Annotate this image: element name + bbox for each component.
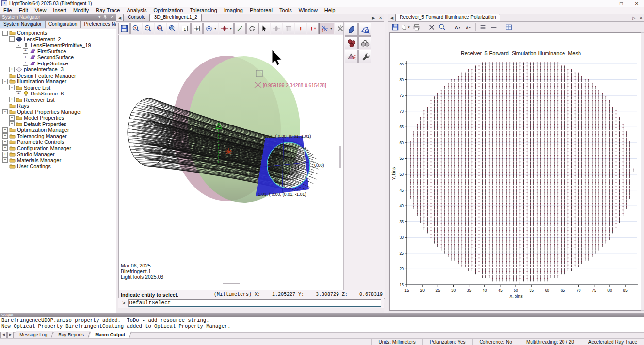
tree-item-studio-manager[interactable]: +Studio Manager bbox=[0, 151, 116, 157]
collapse-icon[interactable]: - bbox=[16, 43, 21, 48]
output-tab-macro-output[interactable]: Macro Output bbox=[89, 331, 131, 338]
dropdown-arrow-icon[interactable]: ▼ bbox=[407, 26, 410, 29]
dash-button[interactable] bbox=[488, 22, 499, 32]
tab-scroll-left-icon[interactable]: ◀ bbox=[388, 16, 395, 21]
expand-icon[interactable]: + bbox=[23, 55, 28, 60]
doc-tab-3d-birefringent-1-2[interactable]: 3D_Birefringent.1_2 bbox=[150, 14, 202, 21]
ray-display-options-button[interactable]: ▼ bbox=[319, 23, 334, 34]
expand-icon[interactable]: + bbox=[2, 152, 8, 157]
lens-tool-button[interactable] bbox=[345, 23, 358, 36]
expand-icon[interactable]: + bbox=[16, 91, 21, 96]
menu-insert[interactable]: Insert bbox=[49, 7, 70, 14]
tree-item-optical-properties-manager[interactable]: -Optical Properties Manager bbox=[0, 109, 116, 115]
menu-photoreal[interactable]: Photoreal bbox=[246, 7, 276, 14]
font-decrease-button[interactable]: A bbox=[463, 22, 473, 32]
tree-item-tolerancing-manager[interactable]: +Tolerancing Manager bbox=[0, 133, 116, 140]
collapse-icon[interactable]: - bbox=[9, 36, 15, 42]
view-orientation-button[interactable]: ▼ bbox=[203, 23, 218, 34]
tree-item-configuration-manager[interactable]: +Configuration Manager bbox=[0, 145, 116, 152]
expand-icon[interactable]: + bbox=[2, 157, 8, 163]
tree-item-disksource-6[interactable]: +DiskSource_6 bbox=[0, 91, 116, 97]
dropdown-arrow-icon[interactable]: ▼ bbox=[229, 27, 232, 30]
collapse-icon[interactable]: - bbox=[2, 109, 8, 114]
line-options-button[interactable] bbox=[478, 22, 488, 32]
expand-icon[interactable]: + bbox=[9, 97, 15, 102]
tree-item-model-properties[interactable]: +Model Properties bbox=[0, 115, 116, 121]
save-button[interactable] bbox=[118, 23, 130, 34]
spin-view-button[interactable] bbox=[246, 23, 258, 34]
select-button[interactable] bbox=[258, 23, 270, 34]
lens-disabled-button[interactable] bbox=[271, 23, 282, 34]
menu-analysis[interactable]: Analysis bbox=[123, 7, 150, 14]
prism-tool-button[interactable] bbox=[345, 50, 358, 63]
zoom-magnifier-button[interactable] bbox=[437, 22, 447, 32]
tab-close-icon[interactable]: ✕ bbox=[377, 16, 384, 21]
close-button[interactable]: ✕ bbox=[633, 1, 640, 6]
expand-icon[interactable]: + bbox=[23, 61, 28, 66]
output-tab-right-icon[interactable]: ▶ bbox=[7, 332, 14, 338]
chevron-down-icon[interactable]: ▾ bbox=[98, 15, 101, 19]
tree-item-secondsurface[interactable]: +SecondSurface bbox=[0, 54, 116, 61]
tab-receiver5-polarization[interactable]: Receiver_5 Forward Illuminance Polarizat… bbox=[395, 14, 500, 21]
output-tab-ray-reports[interactable]: Ray Reports bbox=[52, 331, 90, 338]
tree-item-lenselementprimitive-19[interactable]: -LensElementPrimitive_19 bbox=[0, 42, 116, 48]
menu-optimization[interactable]: Optimization bbox=[150, 7, 186, 14]
menu-view[interactable]: View bbox=[32, 7, 50, 14]
dropdown-arrow-icon[interactable]: ▼ bbox=[214, 27, 217, 30]
menu-edit[interactable]: Edit bbox=[16, 7, 32, 14]
tree-item-user-coatings[interactable]: User Coatings bbox=[0, 163, 116, 170]
doc-tab-console[interactable]: Console bbox=[123, 14, 150, 21]
wrench-tool-button[interactable] bbox=[358, 50, 371, 63]
save-button[interactable] bbox=[390, 22, 400, 32]
tree-item-optimization-manager[interactable]: +Optimization Manager bbox=[0, 127, 116, 133]
trace-rays-add-button[interactable]: ! bbox=[307, 23, 319, 34]
chart-scrollbar[interactable] bbox=[641, 32, 644, 311]
collapse-icon[interactable]: - bbox=[9, 85, 15, 90]
expand-icon[interactable]: + bbox=[9, 67, 15, 72]
tree-item-design-feature-manager[interactable]: Design Feature Manager bbox=[0, 73, 116, 79]
tab-scroll-right-icon[interactable]: ▶ bbox=[370, 16, 377, 21]
collapse-icon[interactable]: - bbox=[2, 79, 8, 84]
maximize-button[interactable]: □ bbox=[618, 1, 625, 6]
tree-item-firstsurface[interactable]: +FirstSurface bbox=[0, 48, 116, 55]
tab-scroll-right-icon[interactable]: ▷ bbox=[630, 16, 637, 21]
copy-button[interactable]: ▼ bbox=[401, 22, 411, 32]
tree-item-parametric-controls[interactable]: +Parametric Controls bbox=[0, 139, 116, 145]
print-button[interactable] bbox=[411, 22, 421, 32]
binoculars-tool-button[interactable] bbox=[358, 36, 371, 49]
grid-settings-button[interactable] bbox=[503, 22, 514, 32]
expand-icon[interactable]: + bbox=[2, 133, 8, 139]
trace-rays-button[interactable]: ! bbox=[295, 23, 306, 34]
nav-tab-configuration[interactable]: Configuration bbox=[45, 20, 80, 28]
cut-button[interactable] bbox=[426, 22, 436, 32]
command-input[interactable]: DefaultSelect bbox=[128, 299, 381, 307]
viewport-scrollbar-thumb[interactable] bbox=[339, 146, 341, 168]
tree-item-planeinterface-3[interactable]: +planeInterface_3 bbox=[0, 66, 116, 73]
expand-icon[interactable]: + bbox=[2, 145, 8, 151]
expand-icon[interactable]: + bbox=[9, 115, 15, 121]
tree-item-source-list[interactable]: -Source List bbox=[0, 85, 116, 91]
menu-imaging[interactable]: Imaging bbox=[221, 7, 246, 14]
tree-item-receiver-list[interactable]: +Receiver List bbox=[0, 97, 116, 103]
tree-item-lenselement-2[interactable]: -LensElement_2 bbox=[0, 36, 116, 43]
tab-scroll-left-icon[interactable]: ◀ bbox=[116, 16, 123, 21]
collapse-icon[interactable]: - bbox=[2, 31, 8, 36]
expand-icon[interactable]: + bbox=[2, 127, 8, 133]
menu-modify[interactable]: Modify bbox=[70, 7, 92, 14]
tree-item-default-properties[interactable]: +Default Properties bbox=[0, 121, 116, 127]
tab-close-icon[interactable]: ✕ bbox=[637, 16, 644, 21]
zoom-window-button[interactable] bbox=[155, 23, 166, 34]
annotate-tool-button[interactable] bbox=[358, 23, 371, 36]
zoom-out-button[interactable] bbox=[143, 23, 154, 34]
zoom-in-button[interactable] bbox=[130, 23, 142, 34]
expand-icon[interactable]: + bbox=[9, 121, 15, 126]
menu-ray-trace[interactable]: Ray Trace bbox=[92, 7, 123, 14]
measure-button[interactable] bbox=[234, 23, 246, 34]
menu-tools[interactable]: Tools bbox=[276, 7, 295, 14]
dropdown-arrow-icon[interactable]: ▼ bbox=[330, 27, 333, 30]
tree-item-materials-manager[interactable]: +Materials Manager bbox=[0, 157, 116, 164]
menu-tolerancing[interactable]: Tolerancing bbox=[187, 7, 221, 14]
tree-item-illumination-manager[interactable]: -Illumination Manager bbox=[0, 78, 116, 85]
quad-view-button[interactable]: 4 bbox=[191, 23, 203, 34]
table-disabled-button[interactable] bbox=[283, 23, 294, 34]
